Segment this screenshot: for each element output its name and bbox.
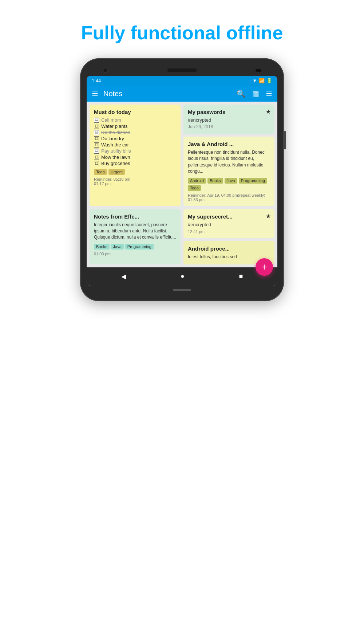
page-headline: Fully functional offline: [0, 0, 364, 58]
app-title: Notes: [103, 90, 232, 98]
tag-urgent[interactable]: Urgent: [108, 169, 125, 175]
note-reminder: Reminder: 05:30 pm01:17 pm: [94, 177, 176, 186]
nav-back[interactable]: ◀: [118, 271, 130, 282]
checklist-item: ☐ Buy groceries: [94, 161, 176, 166]
note-body-effe: Integer iaculis neque laoreet, posuere i…: [94, 222, 176, 241]
note-reminder-java: Reminder: Apr 19, 04:00 pm(repeat weekly…: [188, 193, 270, 202]
checklist-item: ☑ Pay utility bills: [94, 148, 176, 154]
note-supersecret[interactable]: ★ My supersecret... #encrypted 12:41 pm: [183, 209, 274, 238]
checkbox-icon[interactable]: ☐: [94, 161, 99, 166]
note-title-supersecret: My supersecret...: [188, 213, 270, 220]
note-title-effe: Notes from Effe...: [94, 213, 176, 220]
checkbox-icon[interactable]: ☑: [94, 130, 99, 135]
note-time-supersecret: 12:41 pm: [188, 229, 270, 234]
home-indicator: [173, 289, 191, 291]
note-body-java: Pellentesque non tincidunt nulla. Donec …: [188, 149, 270, 175]
notes-grid: Must do today ☑ Call mom ☐ Water plants …: [87, 102, 277, 209]
star-icon[interactable]: ★: [266, 108, 271, 115]
nav-home[interactable]: ●: [177, 271, 188, 282]
phone-bottom: [87, 289, 277, 291]
battery-icon: 🔋: [266, 78, 272, 83]
checklist-item: ☐ Do laundry: [94, 136, 176, 141]
side-button: [284, 131, 286, 149]
status-time: 1:44: [92, 78, 101, 83]
checklist-item: ☑ Do the dishes: [94, 130, 176, 135]
checkbox-icon[interactable]: ☑: [94, 118, 99, 123]
tag-android[interactable]: Android: [188, 178, 206, 184]
note-time-effe: 01:03 pm: [94, 252, 176, 256]
tag-todo[interactable]: Todo: [94, 169, 107, 175]
app-bar: ☰ Notes 🔍 ▦ ☰: [87, 86, 277, 102]
note-title-passwords: My passwords: [188, 109, 270, 115]
camera: [103, 68, 108, 73]
checklist-item: ☐ Water plants: [94, 123, 176, 129]
checklist-item: ☐ Wash the car: [94, 142, 176, 148]
checklist-item: ☐ Mow the lawn: [94, 154, 176, 160]
note-body-android: In est tellus, faucibus sed: [188, 254, 270, 260]
tag-books[interactable]: Books: [207, 178, 223, 184]
tag-java[interactable]: Java: [225, 178, 237, 184]
note-subtitle-passwords: #encrypted: [188, 117, 270, 123]
checkbox-icon[interactable]: ☐: [94, 155, 99, 160]
phone-nav: ◀ ● ■: [87, 267, 277, 286]
checkbox-icon[interactable]: ☐: [94, 136, 99, 141]
fab-button[interactable]: +: [256, 258, 273, 276]
speaker: [167, 68, 197, 72]
tag-todo[interactable]: Todo: [188, 185, 201, 191]
tag-programming[interactable]: Programming: [239, 178, 267, 184]
checkbox-icon[interactable]: ☑: [94, 149, 99, 154]
note-tags: Todo Urgent: [94, 169, 176, 175]
right-column-2: ★ My supersecret... #encrypted 12:41 pm …: [183, 209, 274, 264]
note-java-android[interactable]: Java & Android ... Pellentesque non tinc…: [183, 137, 274, 206]
star-icon-2[interactable]: ★: [266, 213, 271, 220]
wifi-icon: ▼: [252, 78, 257, 83]
right-column: ★ My passwords #encrypted Jun 26, 2018 J…: [183, 105, 274, 206]
tag-books[interactable]: Books: [94, 244, 110, 250]
note-must-do[interactable]: Must do today ☑ Call mom ☐ Water plants …: [90, 105, 181, 206]
note-date-passwords: Jun 26, 2018: [188, 124, 270, 129]
note-tags-java: Android Books Java Programming Todo: [188, 178, 270, 191]
phone-shell: 1:44 ▼ 📶 🔋 ☰ Notes 🔍 ▦ ☰ Must do today: [80, 58, 284, 301]
note-subtitle-supersecret: #encrypted: [188, 222, 270, 227]
checkbox-icon[interactable]: ☐: [94, 124, 99, 129]
note-passwords[interactable]: ★ My passwords #encrypted Jun 26, 2018: [183, 105, 274, 134]
tag-java[interactable]: Java: [111, 244, 124, 250]
filter-icon[interactable]: ☰: [266, 89, 272, 98]
menu-icon[interactable]: ☰: [92, 89, 98, 98]
phone-top: [87, 68, 277, 72]
note-tags-effe: Books Java Programming: [94, 244, 176, 250]
signal-icon: 📶: [259, 78, 265, 83]
search-icon[interactable]: 🔍: [237, 89, 246, 98]
view-icon[interactable]: ▦: [252, 89, 259, 98]
phone-screen: 1:44 ▼ 📶 🔋 ☰ Notes 🔍 ▦ ☰ Must do today: [87, 76, 277, 286]
nav-recent[interactable]: ■: [235, 271, 246, 282]
checklist-item: ☑ Call mom: [94, 117, 176, 123]
checkbox-icon[interactable]: ☐: [94, 142, 99, 148]
notes-grid-row2: Notes from Effe... Integer iaculis neque…: [87, 209, 277, 267]
note-title-java: Java & Android ...: [188, 141, 270, 147]
note-title-must-do: Must do today: [94, 109, 176, 115]
ir-sensor: [256, 69, 261, 72]
status-bar: 1:44 ▼ 📶 🔋: [87, 76, 277, 86]
app-bar-icons: 🔍 ▦ ☰: [237, 89, 272, 98]
note-title-android: Android proce...: [188, 246, 270, 252]
note-effe[interactable]: Notes from Effe... Integer iaculis neque…: [90, 209, 181, 264]
status-icons: ▼ 📶 🔋: [252, 78, 272, 83]
tag-programming[interactable]: Programming: [125, 244, 154, 250]
checklist-must-do: ☑ Call mom ☐ Water plants ☑ Do the dishe…: [94, 117, 176, 166]
